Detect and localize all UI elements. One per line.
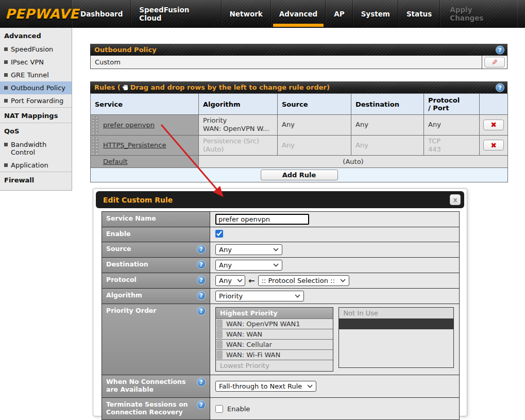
table-row: prefer openvpn Priority WAN: OpenVPN W..… (91, 115, 508, 136)
rule-link-https-persistence[interactable]: HTTPS_Persistence (103, 141, 166, 149)
add-rule-button[interactable]: Add Rule (261, 170, 338, 180)
priority-item-wifi-wan[interactable]: WAN: Wi-Fi WAN (216, 349, 333, 360)
help-icon[interactable]: ? (197, 400, 206, 409)
sidebar-header-firewall[interactable]: Firewall (0, 172, 72, 187)
help-icon[interactable]: ? (197, 378, 206, 387)
form-row-enable: Enable (102, 227, 460, 242)
bullet-icon (4, 163, 8, 167)
drag-handle-icon[interactable] (216, 350, 223, 359)
form-row-destination: Destination ? Any (102, 258, 460, 273)
nav-item-speedfusion-cloud[interactable]: SpeedFusion Cloud (131, 0, 221, 28)
protocol-label: Protocol ? (102, 273, 210, 289)
drag-handle-icon[interactable] (216, 320, 223, 328)
algorithm-select[interactable]: Priority (215, 291, 304, 301)
sidebar-item-outbound-policy[interactable]: Outbound Policy (0, 81, 72, 94)
apply-changes-button[interactable]: Apply Changes (440, 0, 518, 28)
priority-item-cellular[interactable]: WAN: Cellular (216, 339, 333, 349)
enable-checkbox[interactable] (215, 230, 223, 238)
source-select[interactable]: Any (215, 244, 282, 255)
priority-item-label: WAN: Cellular (226, 341, 272, 348)
sidebar-item-application[interactable]: Application (0, 159, 72, 172)
bullet-icon (4, 143, 8, 146)
nav-item-system[interactable]: System (353, 0, 398, 28)
help-icon[interactable]: ? (197, 260, 206, 269)
default-auto-cell: (Auto) (199, 156, 508, 168)
protocol-selection-select[interactable]: :: Protocol Selection :: (258, 275, 349, 286)
add-rule-cell: Add Rule (91, 168, 508, 182)
nav-item-network[interactable]: Network (222, 0, 271, 28)
sidebar-header-nat-mappings[interactable]: NAT Mappings (0, 108, 72, 123)
priority-list: Highest Priority WAN: OpenVPN WAN1 WAN: … (215, 307, 333, 372)
form-row-no-connections: When No Connections are Available ? Fall… (102, 375, 460, 398)
algorithm-line1: Priority (203, 116, 273, 125)
terminate-enable-label: Enable (227, 405, 250, 413)
nav-item-status[interactable]: Status (398, 0, 440, 28)
sidebar-item-speedfusion[interactable]: SpeedFusion (0, 43, 72, 56)
select-value: Any (219, 246, 232, 254)
protocol-line2: 443 (428, 145, 475, 154)
col-destination: Destination (351, 94, 424, 115)
nav-item-ap[interactable]: AP (326, 0, 352, 28)
sidebar-item-label: Application (11, 161, 48, 169)
destination-cell: Any (351, 115, 424, 136)
rule-link-default[interactable]: Default (103, 158, 128, 165)
help-icon[interactable]: ? (496, 83, 504, 92)
sidebar-item-label: GRE Tunnel (11, 71, 49, 79)
sidebar-item-bandwidth-control[interactable]: Bandwidth Control (0, 138, 72, 159)
chevron-down-icon (307, 384, 313, 388)
service-name-input[interactable] (215, 214, 309, 225)
no-connections-select[interactable]: Fall-through to Next Rule (215, 381, 316, 392)
delete-x-icon: ✖ (490, 141, 497, 149)
nav-item-dashboard[interactable]: Dashboard (72, 0, 131, 28)
drag-handle-icon[interactable] (92, 137, 99, 155)
help-icon[interactable]: ? (496, 45, 504, 54)
form-row-protocol: Protocol ? Any ← :: Protocol Selection :… (102, 273, 460, 289)
source-cell: Any (278, 115, 351, 136)
col-protocol-port: Protocol / Port (424, 94, 480, 115)
select-value: Fall-through to Next Rule (219, 382, 302, 390)
form-row-priority-order: Priority Order ? Highest Priority WAN: O… (102, 304, 460, 375)
drag-handle-icon[interactable] (92, 116, 99, 134)
sidebar: Advanced SpeedFusion IPsec VPN GRE Tunne… (0, 28, 72, 191)
not-in-use-drop-slot[interactable] (339, 318, 453, 329)
outbound-policy-row: Custom ✎ (90, 56, 507, 69)
source-value-cell: Any (210, 242, 460, 258)
priority-item-wan[interactable]: WAN: WAN (216, 329, 333, 339)
select-value: :: Protocol Selection :: (262, 277, 335, 284)
edit-policy-button[interactable]: ✎ (484, 57, 505, 68)
drag-handle-icon[interactable] (216, 340, 223, 349)
protocol-select[interactable]: Any (215, 275, 245, 286)
algorithm-value-cell: Priority (210, 289, 460, 304)
algorithm-line1: Persistence (Src) (203, 137, 273, 145)
priority-item-label: WAN: WAN (226, 330, 262, 338)
rule-link-prefer-openvpn[interactable]: prefer openvpn (103, 121, 155, 129)
outbound-policy-panel: Outbound Policy ? Custom ✎ (90, 44, 507, 69)
priority-item-openvpn-wan1[interactable]: WAN: OpenVPN WAN1 (216, 318, 333, 329)
destination-select[interactable]: Any (215, 260, 282, 271)
drag-handle-icon[interactable] (216, 330, 223, 339)
help-icon[interactable]: ? (197, 245, 206, 254)
sidebar-item-label: Bandwidth Control (11, 141, 70, 156)
select-value: Any (219, 277, 232, 284)
delete-rule-button[interactable]: ✖ (483, 140, 504, 150)
nav-item-advanced[interactable]: Advanced (271, 0, 326, 28)
protocol-line1: TCP (428, 137, 475, 145)
sidebar-item-port-forwarding[interactable]: Port Forwarding (0, 94, 72, 107)
help-icon[interactable]: ? (197, 276, 206, 284)
form-row-service-name: Service Name (102, 212, 460, 227)
table-row-default: Default (Auto) (91, 156, 508, 168)
sidebar-item-gre-tunnel[interactable]: GRE Tunnel (0, 69, 72, 81)
terminate-enable-checkbox[interactable] (215, 405, 223, 413)
nav-item-advanced-label: Advanced (279, 10, 317, 18)
sidebar-item-ipsec-vpn[interactable]: IPsec VPN (0, 56, 72, 69)
delete-rule-button[interactable]: ✖ (483, 120, 504, 130)
sidebar-item-label: IPsec VPN (11, 58, 44, 66)
label-text: Priority Order (106, 307, 157, 314)
label-text: Terminate Sessions on Connection Recover… (106, 400, 194, 416)
close-icon[interactable]: x (450, 194, 461, 205)
sidebar-item-label: SpeedFusion (11, 45, 53, 53)
help-icon[interactable]: ? (197, 291, 206, 300)
sidebar-section-advanced: Advanced SpeedFusion IPsec VPN GRE Tunne… (0, 28, 72, 107)
bullet-icon (4, 47, 8, 51)
help-icon[interactable]: ? (197, 307, 206, 315)
